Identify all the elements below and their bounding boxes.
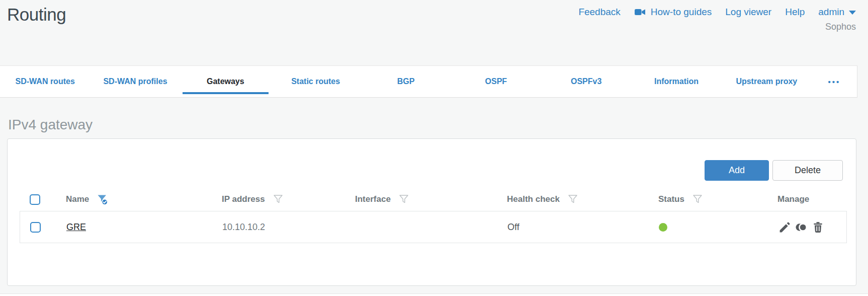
filter-icon[interactable] (398, 194, 409, 205)
top-right-area: Feedback How-to guides Log viewer Help a… (578, 4, 856, 32)
tab-bgp[interactable]: BGP (361, 66, 451, 97)
row-ip-cell: 10.10.10.2 (216, 222, 350, 233)
ellipsis-icon: ••• (828, 78, 841, 86)
filter-icon[interactable] (273, 194, 284, 205)
tab-upstream-proxy[interactable]: Upstream proxy (722, 66, 812, 97)
clone-icon[interactable] (795, 220, 808, 234)
header-select-cell (20, 194, 60, 205)
row-health-check-cell: Off (501, 222, 653, 233)
row-select-cell (20, 222, 60, 233)
delete-trash-icon[interactable] (811, 220, 825, 234)
column-header-name: Name (60, 194, 216, 205)
row-checkbox[interactable] (30, 222, 41, 233)
table-header-row: Name IP address Interface Health check S… (20, 188, 847, 211)
filter-icon[interactable] (692, 194, 703, 205)
ipv4-gateway-card: Add Delete Name IP address Interface Hea… (7, 138, 856, 286)
gateway-name-link[interactable]: GRE (66, 222, 86, 233)
column-header-ip-address: IP address (216, 194, 349, 205)
top-bar: Routing Feedback How-to guides Log viewe… (0, 0, 868, 65)
row-name-cell: GRE (60, 222, 216, 233)
tab-gateways[interactable]: Gateways (181, 66, 271, 97)
tab-ospfv3[interactable]: OSPFv3 (541, 66, 631, 97)
column-header-manage: Manage (771, 194, 847, 204)
column-label-health-check: Health check (507, 194, 560, 204)
footer-strip (0, 293, 868, 296)
howto-guides-label: How-to guides (651, 7, 712, 18)
tab-more-menu[interactable]: ••• (812, 66, 857, 97)
edit-pencil-icon[interactable] (778, 220, 792, 234)
video-camera-icon (634, 6, 646, 18)
filter-applied-icon[interactable] (97, 194, 108, 205)
delete-button[interactable]: Delete (772, 160, 843, 181)
tab-bar: SD-WAN routes SD-WAN profiles Gateways S… (0, 65, 857, 98)
column-label-manage: Manage (777, 194, 809, 204)
admin-menu[interactable]: admin (818, 7, 856, 18)
column-label-status: Status (658, 194, 684, 204)
tab-information[interactable]: Information (631, 66, 721, 97)
section-heading: IPv4 gateway (0, 98, 868, 138)
column-header-interface: Interface (349, 194, 501, 205)
tab-static-routes[interactable]: Static routes (271, 66, 361, 97)
column-header-health-check: Health check (501, 194, 652, 205)
tab-ospf[interactable]: OSPF (451, 66, 541, 97)
page-title: Routing (7, 4, 66, 25)
row-status-cell (653, 223, 772, 232)
status-up-dot (659, 223, 667, 232)
add-button[interactable]: Add (705, 160, 769, 181)
column-label-name: Name (66, 194, 89, 204)
howto-guides-link[interactable]: How-to guides (634, 6, 712, 18)
tab-sd-wan-routes[interactable]: SD-WAN routes (0, 66, 90, 97)
brand-label: Sophos (578, 22, 856, 32)
table-body: GRE 10.10.10.2 Off (20, 211, 847, 243)
table-toolbar: Add Delete (8, 139, 856, 181)
log-viewer-link[interactable]: Log viewer (725, 7, 771, 18)
column-label-ip-address: IP address (222, 194, 265, 204)
caret-down-icon (849, 11, 856, 15)
column-header-status: Status (652, 194, 771, 205)
feedback-link[interactable]: Feedback (578, 7, 620, 18)
tab-sd-wan-profiles[interactable]: SD-WAN profiles (90, 66, 180, 97)
admin-menu-label: admin (818, 7, 844, 18)
table-row: GRE 10.10.10.2 Off (20, 211, 846, 243)
select-all-checkbox[interactable] (30, 194, 40, 205)
row-manage-cell (772, 220, 846, 234)
footer-gap (0, 286, 868, 293)
filter-icon[interactable] (567, 194, 578, 205)
column-label-interface: Interface (355, 194, 391, 204)
help-link[interactable]: Help (785, 7, 805, 18)
top-links: Feedback How-to guides Log viewer Help a… (578, 4, 856, 18)
